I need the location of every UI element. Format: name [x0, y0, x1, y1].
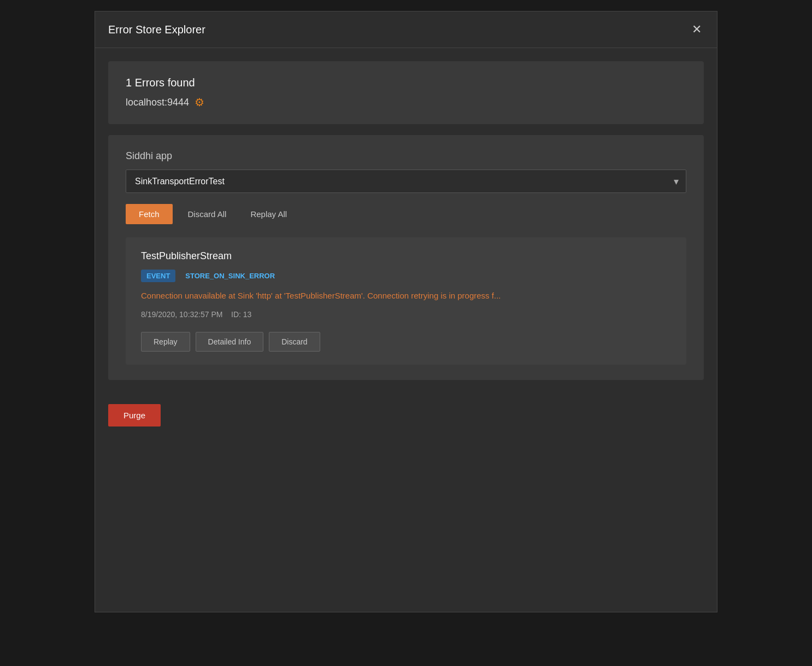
app-select-wrapper: SinkTransportErrorTest ▾ [126, 170, 686, 193]
discard-button[interactable]: Discard [269, 332, 320, 352]
discard-all-button[interactable]: Discard All [179, 204, 236, 224]
app-selection-card: Siddhi app SinkTransportErrorTest ▾ Fetc… [108, 135, 704, 380]
tag-store: STORE_ON_SINK_ERROR [180, 270, 280, 282]
server-address: localhost:9444 [126, 97, 189, 108]
errors-info-card: 1 Errors found localhost:9444 ⚙ [108, 61, 704, 124]
modal-title: Error Store Explorer [108, 24, 205, 36]
app-select[interactable]: SinkTransportErrorTest [126, 170, 686, 193]
error-store-explorer-modal: Error Store Explorer ✕ 1 Errors found lo… [95, 11, 717, 612]
error-message: Connection unavailable at Sink 'http' at… [141, 290, 671, 302]
error-id: ID: 13 [231, 310, 251, 319]
app-label: Siddhi app [126, 150, 686, 162]
replay-button[interactable]: Replay [141, 332, 190, 352]
close-icon: ✕ [692, 22, 702, 36]
replay-all-button[interactable]: Replay All [242, 204, 296, 224]
purge-section: Purge [95, 393, 717, 437]
error-timestamp: 8/19/2020, 10:32:57 PM [141, 310, 222, 319]
action-buttons-row: Fetch Discard All Replay All [126, 204, 686, 224]
fetch-button[interactable]: Fetch [126, 204, 173, 224]
error-actions-row: Replay Detailed Info Discard [141, 332, 671, 352]
modal-body: 1 Errors found localhost:9444 ⚙ Siddhi a… [95, 48, 717, 393]
close-button[interactable]: ✕ [690, 21, 704, 38]
stream-name: TestPublisherStream [141, 250, 671, 262]
error-entry-card: TestPublisherStream EVENT STORE_ON_SINK_… [126, 237, 686, 365]
gear-icon[interactable]: ⚙ [195, 96, 204, 109]
purge-button[interactable]: Purge [108, 404, 161, 427]
detailed-info-button[interactable]: Detailed Info [196, 332, 264, 352]
tag-event: EVENT [141, 270, 175, 282]
modal-header: Error Store Explorer ✕ [95, 11, 717, 48]
server-row: localhost:9444 ⚙ [126, 96, 686, 109]
tags-row: EVENT STORE_ON_SINK_ERROR [141, 270, 671, 282]
errors-found-text: 1 Errors found [126, 77, 686, 89]
error-meta: 8/19/2020, 10:32:57 PM ID: 13 [141, 310, 671, 319]
